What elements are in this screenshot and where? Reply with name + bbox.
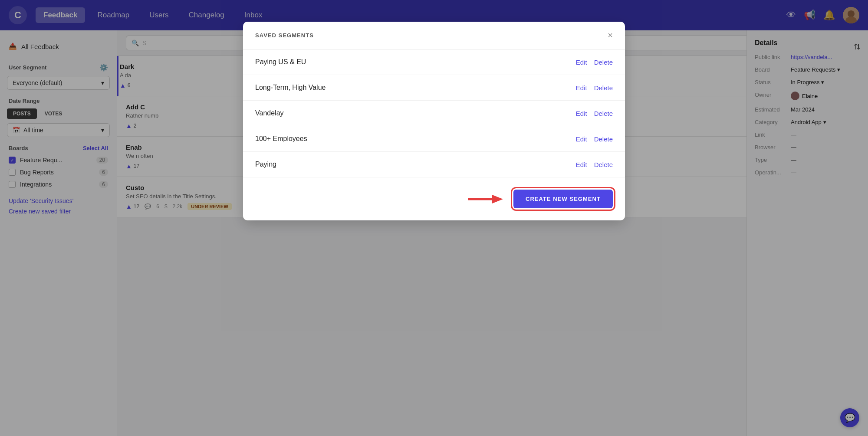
segment-actions: Edit Delete xyxy=(576,110,613,117)
segment-name: Paying xyxy=(255,161,276,168)
segment-actions: Edit Delete xyxy=(576,84,613,92)
segment-vandelay: Vandelay Edit Delete xyxy=(243,101,625,126)
segment-paying: Paying Edit Delete xyxy=(243,152,625,177)
segment-name: Vandelay xyxy=(255,109,284,117)
edit-button-paying[interactable]: Edit xyxy=(576,161,587,168)
edit-button-long-term[interactable]: Edit xyxy=(576,84,587,92)
segment-long-term: Long-Term, High Value Edit Delete xyxy=(243,75,625,101)
segment-actions: Edit Delete xyxy=(576,135,613,143)
segment-100-employees: 100+ Employees Edit Delete xyxy=(243,126,625,152)
svg-marker-4 xyxy=(492,195,503,203)
delete-button-paying[interactable]: Delete xyxy=(594,161,613,168)
delete-button-100-employees[interactable]: Delete xyxy=(594,135,613,143)
modal-title: SAVED SEGMENTS xyxy=(255,32,314,39)
segment-name: 100+ Employees xyxy=(255,135,307,143)
segment-actions: Edit Delete xyxy=(576,161,613,168)
modal-body: Paying US & EU Edit Delete Long-Term, Hi… xyxy=(243,49,625,177)
delete-button-long-term[interactable]: Delete xyxy=(594,84,613,92)
segment-name: Long-Term, High Value xyxy=(255,84,326,92)
saved-segments-modal: SAVED SEGMENTS × Paying US & EU Edit Del… xyxy=(243,22,625,220)
delete-button-paying-us-eu[interactable]: Delete xyxy=(594,59,613,66)
create-new-segment-button[interactable]: CREATE NEW SEGMENT xyxy=(513,190,613,208)
segment-actions: Edit Delete xyxy=(576,59,613,66)
segment-name: Paying US & EU xyxy=(255,58,306,66)
edit-button-100-employees[interactable]: Edit xyxy=(576,135,587,143)
arrow-container xyxy=(468,190,503,208)
modal-footer: CREATE NEW SEGMENT xyxy=(243,177,625,220)
modal-close-button[interactable]: × xyxy=(608,30,613,40)
segment-paying-us-eu: Paying US & EU Edit Delete xyxy=(243,49,625,75)
modal-overlay[interactable]: SAVED SEGMENTS × Paying US & EU Edit Del… xyxy=(0,0,868,436)
red-arrow-svg xyxy=(468,190,503,208)
edit-button-vandelay[interactable]: Edit xyxy=(576,110,587,117)
delete-button-vandelay[interactable]: Delete xyxy=(594,110,613,117)
modal-header: SAVED SEGMENTS × xyxy=(243,22,625,49)
edit-button-paying-us-eu[interactable]: Edit xyxy=(576,59,587,66)
